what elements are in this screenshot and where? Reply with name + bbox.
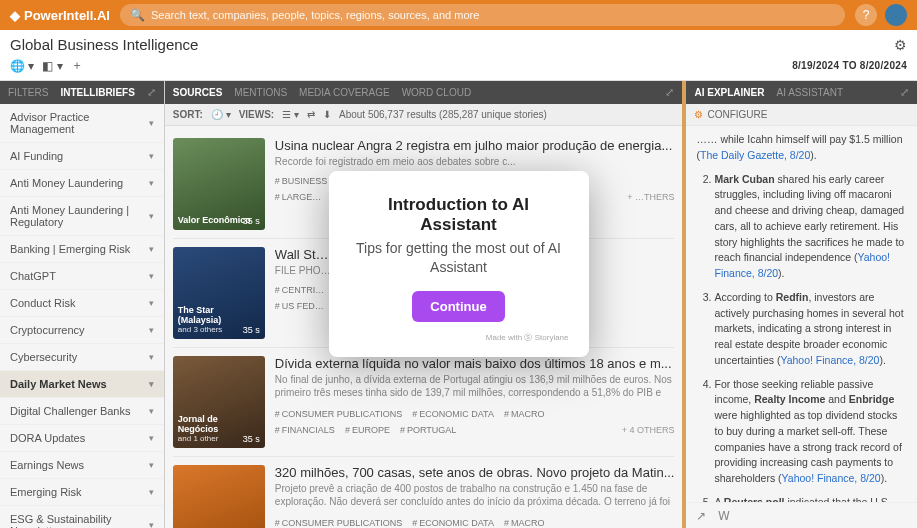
modal-title: Introduction to AI Assistant bbox=[349, 195, 569, 235]
modal-body: Tips for getting the most out of AI Assi… bbox=[349, 239, 569, 277]
modal-made-with: Made with ⓢ Storylane bbox=[349, 332, 569, 343]
continue-button[interactable]: Continue bbox=[412, 291, 504, 322]
intro-modal: Introduction to AI Assistant Tips for ge… bbox=[329, 171, 589, 357]
modal-backdrop: Introduction to AI Assistant Tips for ge… bbox=[0, 0, 917, 528]
